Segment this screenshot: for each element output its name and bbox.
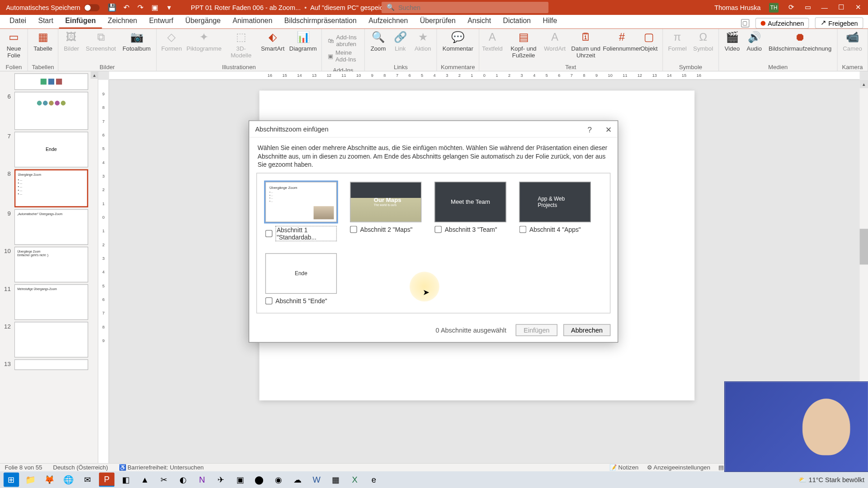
powerpoint-icon[interactable]: P <box>99 473 114 487</box>
tab-zeichnen[interactable]: Zeichnen <box>102 14 143 29</box>
tab-hilfe[interactable]: Hilfe <box>537 14 563 29</box>
app5-icon[interactable]: ☁ <box>290 473 305 487</box>
thumb-7[interactable]: 7Ende <box>2 131 88 167</box>
section-label-4[interactable]: Abschnitt 4 "Apps" <box>519 225 591 233</box>
start-button[interactable]: ⊞ <box>4 473 19 487</box>
insert-button[interactable]: Einfügen <box>516 324 557 336</box>
thumb-9[interactable]: 9„Automatischer" Übergangs-Zoom <box>2 209 88 245</box>
section-thumb-3[interactable]: Meet the Team <box>434 182 506 222</box>
tab-animationen[interactable]: Animationen <box>226 14 278 29</box>
audio-button[interactable]: 🔊Audio <box>744 30 765 53</box>
cancel-button[interactable]: Abbrechen <box>563 324 610 336</box>
tab-datei[interactable]: Datei <box>4 14 32 29</box>
shapes-button[interactable]: ◇Formen <box>159 30 184 53</box>
get-addins-button[interactable]: 🛍Add-Ins abrufen <box>326 33 361 48</box>
section-item-5[interactable]: Ende Abschnitt 5 "Ende" <box>265 253 337 304</box>
save-icon[interactable]: 💾 <box>108 3 116 11</box>
present-icon[interactable]: ▣ <box>151 3 159 11</box>
vlc-icon[interactable]: ▲ <box>137 473 152 487</box>
tab-einfuegen[interactable]: Einfügen <box>59 14 102 29</box>
obs-icon[interactable]: ⬤ <box>251 473 267 487</box>
headerfooter-button[interactable]: ▤Kopf- und Fußzeile <box>504 30 543 60</box>
dialog-titlebar[interactable]: Abschnittszoom einfügen ? ✕ <box>249 121 618 138</box>
link-button[interactable]: 🔗Link <box>390 30 411 53</box>
icons-button[interactable]: ✦Piktogramme <box>185 30 223 53</box>
app4-icon[interactable]: ◉ <box>271 473 286 487</box>
section-label-1[interactable]: Abschnitt 1 "Standardab... <box>265 225 337 241</box>
tab-ansicht[interactable]: Ansicht <box>462 14 497 29</box>
toggle-switch[interactable] <box>84 4 99 11</box>
tab-ueberpruefen[interactable]: Überprüfen <box>414 14 462 29</box>
new-slide-button[interactable]: ▭Neue Folie <box>2 30 25 60</box>
my-addins-button[interactable]: ▣Meine Add-Ins <box>326 49 361 63</box>
app2-icon[interactable]: ◐ <box>175 473 191 487</box>
section-check-2[interactable] <box>350 225 357 233</box>
section-label-3[interactable]: Abschnitt 3 "Team" <box>434 225 506 233</box>
app6-icon[interactable]: ▦ <box>328 473 343 487</box>
screenrec-button[interactable]: ⏺Bildschirmaufzeichnung <box>765 30 834 53</box>
dialog-help-button[interactable]: ? <box>580 121 599 138</box>
document-title[interactable]: PPT 01 Roter Faden 006 - ab Zoom... • Au… <box>191 4 401 11</box>
section-item-3[interactable]: Meet the Team Abschnitt 3 "Team" <box>434 182 506 241</box>
display-settings[interactable]: ⚙ Anzeigeeinstellungen <box>647 464 710 471</box>
ribbon-mode-icon[interactable]: ▭ <box>804 3 812 11</box>
pictures-button[interactable]: 🖼Bilder <box>61 30 82 53</box>
slide-thumbnail-rail[interactable]: ▴ 6 7Ende 8Übergänge Zoom• ...• ...• ...… <box>0 71 99 471</box>
dialog-close-button[interactable]: ✕ <box>600 121 618 138</box>
datetime-button[interactable]: 🗓Datum und Uhrzeit <box>566 30 605 60</box>
table-button[interactable]: ▦Tabelle <box>31 30 56 53</box>
scroll-up-icon[interactable]: ▴ <box>860 80 868 88</box>
sync-icon[interactable]: ⟳ <box>787 3 795 11</box>
cameo-button[interactable]: 📹Cameo <box>840 30 865 53</box>
accessibility-check[interactable]: ♿ Barrierefreiheit: Untersuchen <box>119 464 204 471</box>
view-normal-icon[interactable]: ▤ <box>718 464 724 471</box>
scroll-thumb[interactable] <box>860 229 868 264</box>
undo-icon[interactable]: ↶ <box>122 3 130 11</box>
slidenum-button[interactable]: #Foliennummer <box>606 30 638 53</box>
more-icon[interactable]: ▾ <box>165 3 173 11</box>
language-indicator[interactable]: Deutsch (Österreich) <box>53 464 108 471</box>
section-check-1[interactable] <box>265 230 273 237</box>
zoom-button[interactable]: 🔍Zoom <box>368 30 389 53</box>
textbox-button[interactable]: ATextfeld <box>481 30 503 53</box>
app3-icon[interactable]: ▣ <box>232 473 248 487</box>
telegram-icon[interactable]: ✈ <box>213 473 229 487</box>
weather-widget[interactable]: ⛅ 11°C Stark bewölkt <box>798 476 864 483</box>
section-thumb-1[interactable]: Übergänge Zoom• ...• ...• ...• ... <box>265 182 337 222</box>
excel-icon[interactable]: X <box>347 473 362 487</box>
thumb-11[interactable]: 11Mehrstufige Übergangs-Zoom <box>2 284 88 320</box>
onenote-icon[interactable]: N <box>194 473 210 487</box>
section-thumb-4[interactable]: App & Web Projects <box>519 182 591 222</box>
search-box[interactable]: 🔍 <box>382 2 548 13</box>
section-item-1[interactable]: Übergänge Zoom• ...• ...• ...• ... Absch… <box>265 182 337 241</box>
firefox-icon[interactable]: 🦊 <box>42 473 57 487</box>
object-button[interactable]: ▢Objekt <box>638 30 660 53</box>
wordart-button[interactable]: AWordArt <box>544 30 565 53</box>
tab-bildschirm[interactable]: Bildschirmpräsentation <box>278 14 363 29</box>
section-check-5[interactable] <box>265 297 273 304</box>
comments-pane-icon[interactable]: ▢ <box>741 19 749 27</box>
comment-button[interactable]: 💬Kommentar <box>439 30 476 53</box>
equation-button[interactable]: πFormel <box>665 30 689 53</box>
app-icon[interactable]: ◧ <box>118 473 133 487</box>
section-item-2[interactable]: Our MapsThe world is ours Abschnitt 2 "M… <box>350 182 421 241</box>
thumb-12[interactable]: 12 <box>2 322 88 357</box>
snip-icon[interactable]: ✂ <box>156 473 171 487</box>
section-thumb-5[interactable]: Ende <box>265 253 337 294</box>
record-button[interactable]: Aufzeichnen <box>755 18 809 28</box>
explorer-icon[interactable]: 📁 <box>23 473 38 487</box>
close-icon[interactable]: ✕ <box>854 3 862 11</box>
tab-dictation[interactable]: Dictation <box>497 14 537 29</box>
user-name[interactable]: Thomas Hruska <box>714 4 760 11</box>
tab-uebergaenge[interactable]: Übergänge <box>179 14 227 29</box>
section-item-4[interactable]: App & Web Projects Abschnitt 4 "Apps" <box>519 182 591 241</box>
share-button[interactable]: ↗Freigeben <box>815 17 863 28</box>
section-check-4[interactable] <box>519 225 527 233</box>
tab-aufzeichnen[interactable]: Aufzeichnen <box>363 14 414 29</box>
thumb-5-partial[interactable] <box>2 73 88 90</box>
slide-counter[interactable]: Folie 8 von 55 <box>5 464 42 471</box>
chrome-icon[interactable]: 🌐 <box>61 473 76 487</box>
section-label-2[interactable]: Abschnitt 2 "Maps" <box>350 225 421 233</box>
autosave-toggle[interactable]: Automatisches Speichern <box>6 4 99 11</box>
thumb-10[interactable]: 10Übergänge ZoomEinfacher geht's nicht :… <box>2 247 88 282</box>
